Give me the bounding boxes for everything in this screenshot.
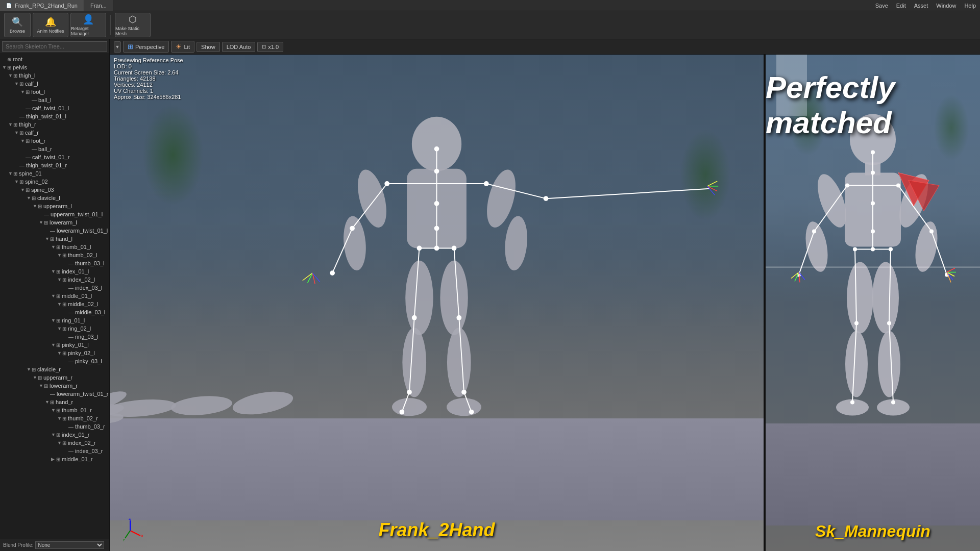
tree-item-pelvis[interactable]: ▼⊞ pelvis [0, 63, 109, 71]
bone-icon: ⊞ [13, 122, 17, 128]
bone-icon: ⊞ [56, 432, 60, 438]
tree-item-spine_01[interactable]: ▼⊞ spine_01 [0, 169, 109, 178]
tree-item-ring_03_l[interactable]: — ring_03_l [0, 333, 109, 341]
tree-item-foot_l[interactable]: ▼⊞ foot_l [0, 88, 109, 96]
scale-button[interactable]: ⊡ x1.0 [257, 42, 283, 52]
tree-item-index_02_r[interactable]: ▼⊞ index_02_r [0, 439, 109, 447]
lit-button[interactable]: ☀ Lit [171, 41, 194, 53]
tree-item-pinky_03_l[interactable]: — pinky_03_l [0, 357, 109, 365]
window-tab-fran[interactable]: Fran... [84, 0, 113, 11]
tree-item-thumb_02_l[interactable]: ▼⊞ thumb_02_l [0, 251, 109, 259]
viewport-toolbar: ▼ ⊞ Perspective ☀ Lit Show LOD Auto ⊡ x1… [110, 39, 980, 55]
tree-item-middle_01_l[interactable]: ▼⊞ middle_01_l [0, 292, 109, 300]
tree-item-thumb_01_l[interactable]: ▼⊞ thumb_01_l [0, 243, 109, 251]
tree-item-ring_02_l[interactable]: ▼⊞ ring_02_l [0, 324, 109, 333]
viewport-left[interactable]: Previewing Reference Pose LOD: 0 Current… [110, 55, 764, 551]
tree-item-index_02_l[interactable]: ▼⊞ index_02_l [0, 276, 109, 284]
bone-icon: ⊕ [7, 57, 11, 62]
menu-asset[interactable]: Asset [910, 0, 933, 11]
tree-arrow: ▼ [8, 171, 13, 176]
tree-item-spine_03[interactable]: ▼⊞ spine_03 [0, 186, 109, 194]
tree-item-middle_01_r[interactable]: ▶⊞ middle_01_r [0, 455, 109, 463]
svg-point-105 [887, 321, 891, 325]
lod-button[interactable]: LOD Auto [222, 42, 256, 52]
tree-item-ring_01_l[interactable]: ▼⊞ ring_01_l [0, 316, 109, 324]
skeleton-tree[interactable]: ⊕ root▼⊞ pelvis▼⊞ thigh_l▼⊞ calf_l▼⊞ foo… [0, 54, 109, 539]
menu-save[interactable]: Save [871, 0, 892, 11]
tree-item-pinky_02_l[interactable]: ▼⊞ pinky_02_l [0, 349, 109, 357]
tree-item-lowerarm_l[interactable]: ▼⊞ lowerarm_l [0, 218, 109, 227]
bone-label: calf_l [25, 81, 38, 87]
tree-item-thigh_twist_01_l[interactable]: — thigh_twist_01_l [0, 112, 109, 120]
menu-window[interactable]: Window [932, 0, 960, 11]
tree-item-thumb_03_l[interactable]: — thumb_03_l [0, 259, 109, 267]
tree-item-ball_r[interactable]: — ball_r [0, 145, 109, 153]
tree-item-thumb_03_r[interactable]: — thumb_03_r [0, 422, 109, 431]
main-title: Perfectly matched [766, 70, 960, 140]
bone-label: root [13, 56, 22, 62]
retarget-manager-button[interactable]: 👤 Retarget Manager [70, 13, 106, 37]
viewport-right[interactable]: Perfectly matched [766, 55, 980, 551]
tree-item-index_03_r[interactable]: — index_03_r [0, 447, 109, 455]
show-button[interactable]: Show [197, 42, 220, 52]
tree-item-hand_l[interactable]: ▼⊞ hand_l [0, 235, 109, 243]
tree-item-index_01_l[interactable]: ▼⊞ index_01_l [0, 267, 109, 276]
bone-label: clavicle_r [37, 366, 61, 372]
make-static-mesh-button[interactable]: ⬡ Make Static Mesh [115, 13, 151, 37]
browse-label: Browse [10, 29, 25, 34]
tree-item-pinky_01_l[interactable]: ▼⊞ pinky_01_l [0, 341, 109, 349]
anim-notifies-button[interactable]: 🔔 Anim Notifies [33, 13, 68, 37]
viewport-dropdown[interactable]: ▼ [114, 41, 121, 53]
tree-arrow: ▼ [27, 195, 32, 201]
bone-icon: ⊞ [7, 65, 11, 70]
tree-arrow: ▼ [14, 179, 19, 184]
tree-item-index_03_l[interactable]: — index_03_l [0, 284, 109, 292]
svg-point-74 [878, 331, 900, 397]
tree-item-hand_r[interactable]: ▼⊞ hand_r [0, 398, 109, 406]
tree-item-root[interactable]: ⊕ root [0, 55, 109, 63]
tree-item-upperarm_l[interactable]: ▼⊞ upperarm_l [0, 202, 109, 210]
bone-icon: ⊞ [26, 138, 30, 144]
retarget-icon: 👤 [83, 14, 94, 25]
tree-item-foot_r[interactable]: ▼⊞ foot_r [0, 137, 109, 145]
tree-item-middle_02_l[interactable]: ▼⊞ middle_02_l [0, 300, 109, 308]
tree-item-spine_02[interactable]: ▼⊞ spine_02 [0, 178, 109, 186]
tree-item-thigh_twist_01_r[interactable]: — thigh_twist_01_r [0, 161, 109, 169]
tree-item-lowerarm_twist_01_r[interactable]: — lowerarm_twist_01_r [0, 390, 109, 398]
tree-item-thumb_01_r[interactable]: ▼⊞ thumb_01_r [0, 406, 109, 414]
menu-edit[interactable]: Edit [892, 0, 910, 11]
tree-item-clavicle_r[interactable]: ▼⊞ clavicle_r [0, 365, 109, 373]
bone-icon: ⊞ [19, 179, 23, 185]
tree-item-calf_l[interactable]: ▼⊞ calf_l [0, 80, 109, 88]
tree-item-index_01_r[interactable]: ▼⊞ index_01_r [0, 431, 109, 439]
bone-icon: — [50, 391, 55, 397]
tree-item-calf_r[interactable]: ▼⊞ calf_r [0, 129, 109, 137]
perspective-button[interactable]: ⊞ Perspective [123, 41, 169, 53]
tree-item-middle_03_l[interactable]: — middle_03_l [0, 308, 109, 316]
window-tab-frank[interactable]: 📄 Frank_RPG_2Hand_Run [0, 0, 84, 11]
tree-item-ball_l[interactable]: — ball_l [0, 96, 109, 104]
tree-item-lowerarm_twist_01_l[interactable]: — lowerarm_twist_01_l [0, 227, 109, 235]
bone-icon: — [50, 228, 55, 234]
approx-size: Approx Size: 324x586x281 [114, 94, 764, 100]
tree-item-upperarm_r[interactable]: ▼⊞ upperarm_r [0, 373, 109, 382]
search-input[interactable] [2, 41, 107, 52]
tree-arrow: ▼ [57, 350, 62, 356]
blend-profile-select[interactable]: None [35, 541, 104, 549]
bone-label: spine_02 [25, 179, 48, 185]
tree-item-calf_twist_01_r[interactable]: — calf_twist_01_r [0, 153, 109, 161]
tree-item-clavicle_l[interactable]: ▼⊞ clavicle_l [0, 194, 109, 202]
tree-item-thumb_02_r[interactable]: ▼⊞ thumb_02_r [0, 414, 109, 422]
uv-channels: UV Channels: 1 [114, 88, 764, 94]
tree-item-calf_twist_01_l[interactable]: — calf_twist_01_l [0, 104, 109, 112]
bone-label: calf_r [25, 130, 39, 136]
tree-item-thigh_r[interactable]: ▼⊞ thigh_r [0, 120, 109, 129]
tree-item-upperarm_twist_01_l[interactable]: — upperarm_twist_01_l [0, 210, 109, 218]
browse-button[interactable]: 🔍 Browse [4, 13, 31, 37]
tree-item-thigh_l[interactable]: ▼⊞ thigh_l [0, 71, 109, 80]
bone-label: hand_r [56, 399, 73, 405]
menu-help[interactable]: Help [960, 0, 980, 11]
bone-label: calf_twist_01_r [32, 154, 69, 160]
svg-line-87 [889, 323, 893, 403]
tree-item-lowerarm_r[interactable]: ▼⊞ lowerarm_r [0, 382, 109, 390]
